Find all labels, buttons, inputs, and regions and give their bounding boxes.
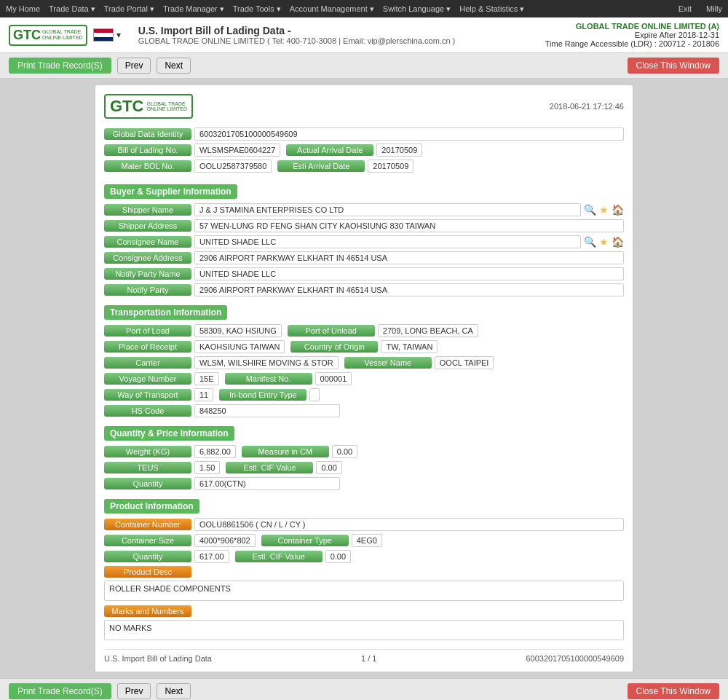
esti-arrival-label: Esti Arrival Date	[277, 160, 365, 172]
print-button-bottom[interactable]: Print Trade Record(S)	[9, 683, 111, 699]
global-data-row: Global Data Identity 6003201705100000549…	[104, 127, 624, 141]
manifest-no-value: 000001	[315, 372, 352, 385]
master-bol-row: Mater BOL No. OOLU2587379580 Esti Arriva…	[104, 160, 624, 176]
in-bond-value	[309, 388, 320, 401]
transportation-header: Transportation Information	[104, 305, 227, 320]
master-bol-value: OOLU2587379580	[194, 160, 272, 173]
teus-cif-row: TEUS 1.50 Estl. CIF Value 0.00	[104, 461, 624, 477]
transportation-section: Transportation Information Port of Load …	[104, 305, 624, 417]
shipper-address-value: 57 WEN-LUNG RD FENG SHAN CITY KAOHSIUNG …	[194, 219, 624, 232]
shipper-name-row: Shipper Name J & J STAMINA ENTERPRISES C…	[104, 203, 624, 216]
way-of-transport-label: Way of Transport	[104, 389, 191, 401]
actual-arrival-field: Actual Arrival Date 20170509	[286, 143, 422, 157]
place-of-receipt-field: Place of Receipt KAOHSIUNG TAIWAN	[104, 340, 285, 353]
shipper-star-icon[interactable]: ★	[599, 204, 609, 216]
nav-account-management[interactable]: Account Management ▾	[290, 4, 374, 14]
record-header: GTC GLOBAL TRADEONLINE LIMITED 2018-06-2…	[104, 94, 624, 119]
consignee-search-icon[interactable]: 🔍	[584, 236, 596, 248]
shipper-name-label: Shipper Name	[104, 204, 191, 216]
logo-sub: GLOBAL TRADEONLINE LIMITED	[42, 29, 83, 40]
notify-party-name-row: Notify Party Name UNITED SHADE LLC	[104, 267, 624, 280]
in-bond-label: In-bond Entry Type	[219, 389, 306, 401]
product-header: Product Information	[104, 499, 199, 514]
nav-exit[interactable]: Exit	[678, 4, 692, 13]
record-card: GTC GLOBAL TRADEONLINE LIMITED 2018-06-2…	[95, 84, 633, 672]
weight-measure-row: Weight (KG) 6,882.00 Measure in CM 0.00	[104, 445, 624, 461]
product-section: Product Information Container Number OOL…	[104, 499, 624, 640]
country-of-origin-label: Country of Origin	[290, 341, 378, 353]
esti-arrival-value: 20170509	[368, 160, 414, 173]
consignee-name-label: Consignee Name	[104, 236, 191, 248]
close-button-top[interactable]: Close This Window	[628, 58, 719, 74]
master-bol-label: Mater BOL No.	[104, 160, 191, 172]
consignee-star-icon[interactable]: ★	[599, 236, 609, 248]
prev-button-top[interactable]: Prev	[117, 58, 151, 74]
container-type-field: Container Type 4EG0	[261, 534, 382, 547]
buyer-supplier-section: Buyer & Supplier Information Shipper Nam…	[104, 184, 624, 296]
footer-page: 1 / 1	[361, 654, 376, 663]
bol-row: Bill of Lading No. WLSMSPAE0604227 Actua…	[104, 143, 624, 160]
quantity-value: 617.00(CTN)	[194, 477, 340, 490]
us-flag	[93, 28, 114, 42]
nav-trade-portal[interactable]: Trade Portal ▾	[104, 4, 154, 14]
carrier-label: Carrier	[104, 357, 191, 369]
notify-party-name-value: UNITED SHADE LLC	[194, 267, 624, 280]
print-button-top[interactable]: Print Trade Record(S)	[9, 58, 111, 74]
next-button-bottom[interactable]: Next	[157, 683, 191, 699]
shipper-search-icon[interactable]: 🔍	[584, 204, 596, 216]
quantity-label: Quantity	[104, 478, 191, 489]
nav-trade-data[interactable]: Trade Data ▾	[49, 4, 95, 14]
header-bar: GTC GLOBAL TRADEONLINE LIMITED ▾ U.S. Im…	[0, 17, 728, 53]
est-cif-label: Estl. CIF Value	[226, 462, 313, 473]
nav-my-home[interactable]: My Home	[6, 4, 40, 13]
bol-no-field: Bill of Lading No. WLSMSPAE0604227	[104, 143, 280, 157]
shipper-address-row: Shipper Address 57 WEN-LUNG RD FENG SHAN…	[104, 219, 624, 232]
notify-party-name-label: Notify Party Name	[104, 268, 191, 280]
nav-switch-language[interactable]: Switch Language ▾	[383, 4, 451, 14]
nav-trade-manager[interactable]: Trade Manager ▾	[163, 4, 224, 14]
notify-party-row: Notify Party 2906 AIRPORT PARKWAY ELKHAR…	[104, 283, 624, 296]
record-timestamp: 2018-06-21 17:12:46	[550, 102, 624, 111]
vessel-name-field: Vessel Name OOCL TAIPEI	[344, 356, 494, 369]
container-size-value: 4000*906*802	[194, 534, 256, 547]
weight-label: Weight (KG)	[104, 446, 191, 457]
esti-arrival-field: Esti Arrival Date 20170509	[277, 160, 414, 173]
receipt-origin-row: Place of Receipt KAOHSIUNG TAIWAN Countr…	[104, 340, 624, 356]
port-of-unload-label: Port of Unload	[288, 325, 375, 337]
logo-gtc: GTC	[13, 28, 41, 43]
marks-value: NO MARKS	[104, 620, 624, 640]
title-area: U.S. Import Bill of Lading Data - GLOBAL…	[138, 25, 456, 45]
flag-label: ▾	[116, 30, 121, 40]
place-of-receipt-value: KAOHSIUNG TAIWAN	[194, 340, 285, 353]
measure-value: 0.00	[332, 445, 357, 458]
voyage-number-label: Voyage Number	[104, 373, 191, 385]
card-footer: U.S. Import Bill of Lading Data 1 / 1 60…	[104, 649, 624, 663]
nav-trade-tools[interactable]: Trade Tools ▾	[233, 4, 281, 14]
prev-button-bottom[interactable]: Prev	[117, 683, 151, 699]
quantity-price-section: Quantity & Price Information Weight (KG)…	[104, 426, 624, 490]
nav-help-statistics[interactable]: Help & Statistics ▾	[459, 4, 524, 14]
vessel-name-value: OOCL TAIPEI	[435, 356, 494, 369]
product-qty-label: Quantity	[104, 551, 191, 562]
logo-area: GTC GLOBAL TRADEONLINE LIMITED ▾ U.S. Im…	[9, 25, 455, 46]
close-button-bottom[interactable]: Close This Window	[628, 683, 719, 699]
page-title: U.S. Import Bill of Lading Data -	[138, 25, 456, 36]
consignee-address-value: 2906 AIRPORT PARKWAY ELKHART IN 46514 US…	[194, 251, 624, 264]
global-data-identity-label: Global Data Identity	[104, 128, 191, 140]
next-button-top[interactable]: Next	[157, 58, 191, 74]
record-logo: GTC GLOBAL TRADEONLINE LIMITED	[104, 94, 193, 119]
top-toolbar: Print Trade Record(S) Prev Next Close Th…	[0, 53, 728, 79]
carrier-field: Carrier WLSM, WILSHIRE MOVING & STOR	[104, 356, 339, 369]
port-of-unload-value: 2709, LONG BEACH, CA	[378, 324, 478, 337]
actual-arrival-label: Actual Arrival Date	[286, 144, 373, 156]
bol-no-value: WLSMSPAE0604227	[194, 143, 280, 157]
port-of-load-value: 58309, KAO HSIUNG	[194, 324, 282, 337]
consignee-home-icon[interactable]: 🏠	[612, 236, 624, 248]
consignee-address-row: Consignee Address 2906 AIRPORT PARKWAY E…	[104, 251, 624, 264]
est-cif-field: Estl. CIF Value 0.00	[226, 461, 341, 474]
carrier-vessel-row: Carrier WLSM, WILSHIRE MOVING & STOR Ves…	[104, 356, 624, 372]
container-size-type-row: Container Size 4000*906*802 Container Ty…	[104, 534, 624, 550]
container-number-label: Container Number	[104, 519, 191, 530]
country-of-origin-field: Country of Origin TW, TAIWAN	[290, 340, 438, 353]
shipper-home-icon[interactable]: 🏠	[612, 204, 624, 216]
